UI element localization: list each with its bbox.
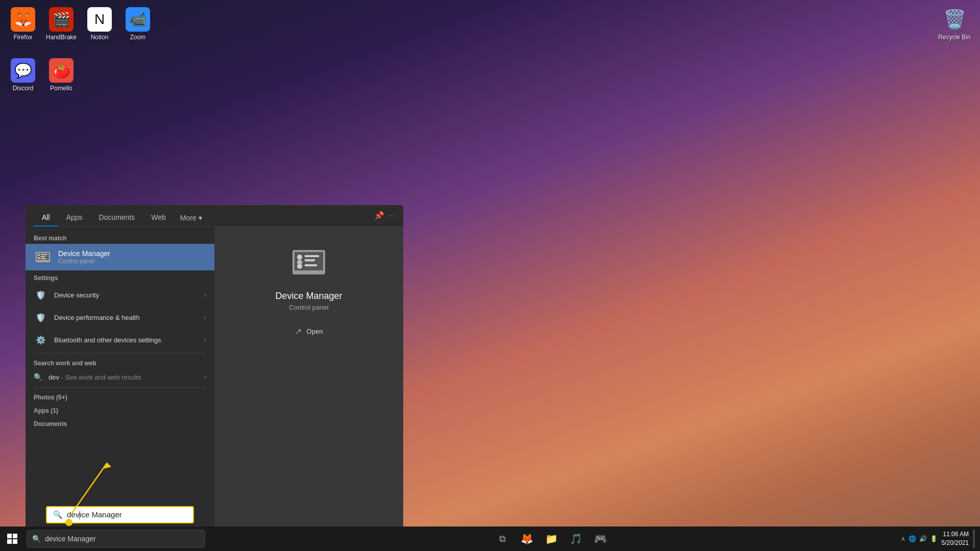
panel-left: Best match xyxy=(26,227,214,527)
settings-item-device-security[interactable]: 🛡️ Device security › xyxy=(26,284,214,306)
start-button[interactable] xyxy=(0,527,24,551)
chevron-right-icon: › xyxy=(204,291,206,298)
tab-apps[interactable]: Apps xyxy=(58,209,91,227)
svg-rect-18 xyxy=(7,534,12,538)
settings-label: Settings xyxy=(26,270,214,284)
svg-point-2 xyxy=(38,254,40,256)
search-icon-input: 🔍 xyxy=(53,510,63,519)
taskbar-clock[interactable]: 11:06 AM 5/20/2021 xyxy=(942,530,969,547)
result-title: Device Manager xyxy=(58,249,110,258)
svg-rect-6 xyxy=(41,258,46,259)
taskbar-task-view[interactable]: ⧉ xyxy=(491,528,513,550)
svg-point-5 xyxy=(38,257,40,259)
divider-2 xyxy=(34,387,206,388)
svg-rect-20 xyxy=(7,539,12,544)
desktop-icon-firefox[interactable]: 🦊 Firefox xyxy=(3,5,43,43)
ellipsis-icon[interactable]: ··· xyxy=(388,211,395,220)
web-suffix: - See work and web results xyxy=(61,373,141,381)
desktop-icon-pomello[interactable]: 🍅 Pomello xyxy=(41,56,82,94)
apps-label: Apps (1) xyxy=(26,403,214,416)
svg-rect-21 xyxy=(13,539,17,544)
svg-rect-4 xyxy=(41,256,45,257)
best-match-label: Best match xyxy=(26,231,214,244)
tab-documents[interactable]: Documents xyxy=(90,209,143,227)
taskbar-search-box[interactable]: 🔍 device Manager xyxy=(27,530,205,548)
desktop-icon-handbrake[interactable]: 🎬 HandBrake xyxy=(41,5,82,43)
device-manager-icon xyxy=(34,248,52,266)
settings-icon-bluetooth: ⚙️ xyxy=(34,333,48,347)
pin-icon[interactable]: 📌 xyxy=(374,211,384,220)
taskbar-firefox[interactable]: 🦊 xyxy=(516,528,538,550)
chevron-up-icon[interactable]: ∧ xyxy=(901,535,905,542)
taskbar: 🔍 device Manager ⧉ 🦊 📁 🎵 🎮 ∧ 🌐 🔊 🔋 11:06… xyxy=(0,527,980,551)
open-button[interactable]: ↗ Open xyxy=(287,323,331,339)
svg-point-14 xyxy=(297,260,302,265)
chevron-down-icon: ▾ xyxy=(199,214,202,222)
taskbar-right: ∧ 🌐 🔊 🔋 11:06 AM 5/20/2021 xyxy=(896,530,980,548)
chevron-right-icon-3: › xyxy=(204,336,206,343)
volume-icon[interactable]: 🔊 xyxy=(919,535,927,542)
yellow-indicator-dot xyxy=(65,519,72,526)
settings-label-device-perf: Device performance & health xyxy=(54,314,198,321)
open-icon: ↗ xyxy=(295,327,302,336)
chevron-right-icon-2: › xyxy=(204,314,206,321)
taskbar-search-text: device Manager xyxy=(45,535,96,543)
system-tray: ∧ 🌐 🔊 🔋 xyxy=(901,535,938,542)
clock-date: 5/20/2021 xyxy=(942,539,969,547)
rp-device-manager-icon xyxy=(288,242,329,283)
search-icon-web: 🔍 xyxy=(34,373,42,381)
divider-1 xyxy=(34,353,206,354)
desktop-icon-discord[interactable]: 💬 Discord xyxy=(3,56,43,94)
search-completed: ice Manager xyxy=(80,510,122,519)
desktop: 🦊 Firefox 🎬 HandBrake N Notion 📹 Zoom 💬 … xyxy=(0,0,980,551)
panel-right: Device Manager Control panel ↗ Open xyxy=(214,227,403,527)
photos-label: Photos (5+) xyxy=(26,390,214,403)
clock-time: 11:06 AM xyxy=(942,530,969,539)
rp-subtitle: Control panel xyxy=(289,304,328,311)
svg-rect-19 xyxy=(13,534,17,538)
panel-nav-actions: 📌 ··· xyxy=(374,211,395,224)
rp-title: Device Manager xyxy=(275,291,342,302)
taskbar-spotify[interactable]: 🎵 xyxy=(565,528,587,550)
svg-rect-10 xyxy=(305,255,319,257)
show-desktop-button[interactable] xyxy=(973,530,975,548)
docs-label: Documents xyxy=(26,416,214,430)
web-search-item[interactable]: 🔍 dev - See work and web results › xyxy=(26,369,214,385)
search-typed: dev xyxy=(67,510,79,519)
result-device-manager[interactable]: Device Manager Control panel xyxy=(26,244,214,270)
svg-rect-15 xyxy=(305,260,313,262)
svg-point-9 xyxy=(297,255,302,260)
settings-item-bluetooth[interactable]: ⚙️ Bluetooth and other devices settings … xyxy=(26,329,214,351)
taskbar-app-extra[interactable]: 🎮 xyxy=(589,528,611,550)
taskbar-file-explorer[interactable]: 📁 xyxy=(540,528,562,550)
network-icon[interactable]: 🌐 xyxy=(909,535,916,542)
desktop-icon-notion[interactable]: N Notion xyxy=(79,5,120,43)
taskbar-pinned-apps: ⧉ 🦊 📁 🎵 🎮 xyxy=(207,528,896,550)
result-subtitle: Control panel xyxy=(58,258,110,265)
svg-rect-13 xyxy=(305,264,317,266)
desktop-icon-recycle-bin[interactable]: 🗑️ Recycle Bin xyxy=(934,5,975,43)
shield-icon-security: 🛡️ xyxy=(34,288,48,302)
panel-body: Best match xyxy=(26,227,403,527)
desktop-icon-zoom[interactable]: 📹 Zoom xyxy=(117,5,158,43)
tab-more[interactable]: More ▾ xyxy=(174,210,208,226)
search-work-web-label: Search work and web xyxy=(26,356,214,369)
battery-icon: 🔋 xyxy=(930,535,938,542)
search-panel: All Apps Documents Web More ▾ 📌 ··· Best… xyxy=(26,205,403,527)
panel-nav: All Apps Documents Web More ▾ 📌 ··· xyxy=(26,205,403,227)
tab-web[interactable]: Web xyxy=(143,209,174,227)
svg-rect-3 xyxy=(41,254,47,255)
settings-item-device-perf[interactable]: 🛡️ Device performance & health › xyxy=(26,306,214,329)
settings-label-bluetooth: Bluetooth and other devices settings xyxy=(54,336,198,344)
taskbar-search-icon: 🔍 xyxy=(32,535,41,543)
tab-all[interactable]: All xyxy=(34,209,58,227)
settings-label-device-security: Device security xyxy=(54,291,198,299)
web-query: dev xyxy=(48,373,59,381)
shield-icon-perf: 🛡️ xyxy=(34,310,48,324)
chevron-right-icon-web: › xyxy=(204,373,206,381)
